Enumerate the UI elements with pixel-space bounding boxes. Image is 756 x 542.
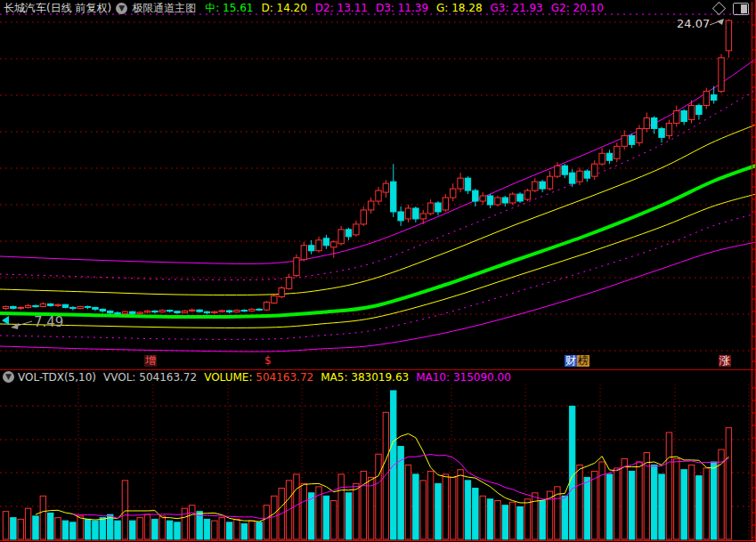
- indicator-value: G2: 20.10: [551, 2, 604, 14]
- chevron-down-icon[interactable]: ▼: [116, 3, 127, 14]
- ma5-value: MA5: 383019.63: [321, 371, 409, 384]
- channel-line-g: [0, 125, 756, 295]
- high-price-label: 24.07: [677, 17, 710, 30]
- candlestick-series: [3, 20, 731, 316]
- indicator-values: 中: 15.61D: 14.20D2: 13.11D3: 11.39G: 18.…: [205, 1, 612, 16]
- channel-line-d3: [0, 242, 756, 352]
- high-annotation-arrowhead: [717, 19, 724, 25]
- volume-bars: [3, 391, 731, 539]
- event-marker-badge[interactable]: $: [264, 355, 272, 367]
- indicator-name[interactable]: 极限通道主图: [132, 1, 196, 16]
- volume-value: VOLUME: 504163.72: [204, 371, 313, 384]
- channel-line-g3: [0, 59, 756, 263]
- stock-title: 长城汽车(日线 前复权): [4, 1, 111, 16]
- chart-titlebar: 长城汽车(日线 前复权) ▼ 极限通道主图 中: 15.61D: 14.20D2…: [0, 0, 756, 17]
- low-price-label: 7.49: [34, 314, 63, 330]
- split-window-icon[interactable]: [733, 3, 749, 15]
- ma10-value: MA10: 315090.00: [416, 371, 511, 384]
- chart-canvas[interactable]: [0, 0, 756, 542]
- indicator-value: D: 14.20: [261, 2, 306, 14]
- chevron-down-icon[interactable]: ▼: [3, 371, 14, 383]
- event-marker-badge[interactable]: 涨: [719, 355, 731, 367]
- volume-indicator-name[interactable]: VOL-TDX(5,10): [18, 371, 96, 384]
- diamond-icon[interactable]: [712, 2, 727, 16]
- volume-pane-header: ▼ VOL-TDX(5,10) VVOL: 504163.72 VOLUME: …: [0, 370, 756, 384]
- channel-line-d2: [0, 214, 756, 339]
- vvol-value: VVOL: 504163.72: [103, 371, 197, 384]
- left-edge-marker-icon: [2, 316, 9, 325]
- event-marker-badge[interactable]: 财: [565, 355, 577, 367]
- indicator-value: G: 18.28: [436, 2, 483, 14]
- indicator-value: D2: 13.11: [315, 2, 368, 14]
- event-marker-badge[interactable]: 增: [144, 355, 157, 367]
- indicator-value: 中: 15.61: [205, 2, 253, 14]
- event-marker-badge[interactable]: 榜: [577, 355, 589, 367]
- indicator-value: G3: 21.93: [491, 2, 543, 14]
- channel-line-g2: [0, 90, 756, 280]
- indicator-value: D3: 11.39: [376, 2, 428, 14]
